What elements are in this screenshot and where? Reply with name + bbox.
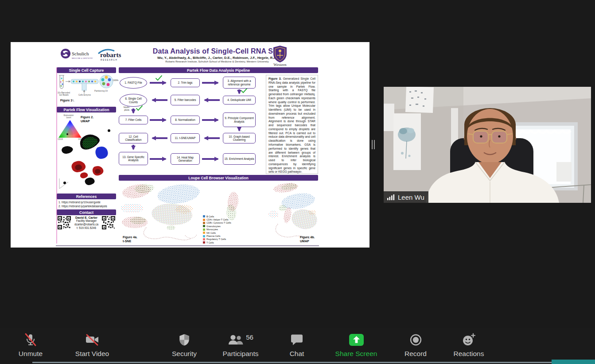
western-logo: Western <box>270 45 290 69</box>
reference-link: 2. https://rebrand.ly/partekdataanalysis <box>58 205 114 209</box>
flow-node-gene-specific: 13. Gene Specific Analysis <box>119 152 148 165</box>
contact-role: Facility Manager <box>72 219 101 223</box>
share-screen-icon <box>349 334 364 346</box>
participant-video-tile[interactable]: Leen Wu <box>384 87 591 203</box>
legend-item: CD8+ Cytotoxic T Cells <box>203 221 254 225</box>
poster-frame-bottom <box>56 245 319 246</box>
legend-item: Plasma Cells <box>203 234 254 237</box>
flow-node-pca: 9. Principle Component Analysis <box>223 112 256 127</box>
shared-screen-poster: Schulich MEDICINE & DENTISTRY robarts RE… <box>11 42 369 248</box>
contact-email: dcarter@robarts.ca <box>72 223 101 226</box>
flow-node-single-cell-counts: 6. Single Cell Counts <box>120 94 147 107</box>
figure4b-label: Figure 4b.UMAP <box>300 236 315 244</box>
contact-name: David E. Carter <box>72 216 101 219</box>
flow-node-cell-classification: 12. Cell Classification <box>119 133 148 143</box>
qr-code-icon <box>102 216 115 229</box>
legend-item: Granulocytes <box>203 225 254 228</box>
references-list: 1. https://rebrand.ly/10xuserguide 2. ht… <box>58 201 114 208</box>
figure3-caption: Figure 3. Generalized Single Cell RNA-Se… <box>266 75 318 174</box>
flow-node-normalization: 8. Normalization <box>171 116 200 124</box>
mic-muted-icon <box>24 333 37 347</box>
participant-name-tag: Leen Wu <box>384 191 428 203</box>
section-header-contact: Contact <box>57 209 116 215</box>
flow-node-fastq: 1. FASTQ File <box>120 77 147 89</box>
quality-check-icon <box>136 106 142 110</box>
contact-phone: t: 519.931.5246 <box>72 226 101 230</box>
taskbar-corner-accent <box>552 360 595 364</box>
svg-text:Schulich: Schulich <box>72 51 89 56</box>
meeting-toolbar: Unmute Start Video <box>0 328 595 364</box>
legend-item: T Cells <box>203 241 254 244</box>
legend-item: CD4+ Helper T Cells <box>203 218 254 221</box>
figure1-label: Figure 1¹. <box>60 99 74 103</box>
contact-block: David E. Carter Facility Manager dcarter… <box>58 216 115 230</box>
legend-item: B Cells <box>203 215 254 218</box>
participants-count: 56 <box>246 333 253 341</box>
flow-node-alignment: 3. Alignment with a reference genome <box>223 77 256 89</box>
share-screen-button[interactable]: Share Screen <box>332 330 381 361</box>
single-cell-capture-diagram: 10x Barcoded Gel Beads Cells Enzyme Part… <box>57 74 116 99</box>
flow-node-graph-clustering: 10. Graph-based Clustering <box>223 133 256 143</box>
legend-item: NK Cells <box>203 231 254 234</box>
schulich-logo: Schulich MEDICINE & DENTISTRY <box>60 47 96 64</box>
svg-text:Western: Western <box>273 62 287 67</box>
flow-node-deduplicate: 4. Deduplicate UMI <box>223 96 256 105</box>
reference-link: 1. https://rebrand.ly/10xuserguide <box>58 201 114 205</box>
reactions-button[interactable]: Reactions <box>444 330 493 361</box>
participant-webcam-view <box>384 87 591 203</box>
flow-node-filter-barcodes: 5. Filter barcodes <box>171 95 200 105</box>
quality-check-icon <box>156 76 162 80</box>
quality-check-icon <box>241 88 247 93</box>
flow-node-trim-tags: 2. Trim tags <box>171 78 200 87</box>
expression-legend-title: Expressioncount <box>58 114 79 119</box>
section-header-pipeline: Partek Flow Data Analysis Pipeline <box>119 67 318 73</box>
section-header-loupe: Loupe Cell Browser Visualization <box>119 175 318 181</box>
flow-node-enrichment: 15. Enrichment Analysis <box>223 153 256 165</box>
reactions-smiley-icon <box>462 333 476 346</box>
zoom-meeting-window: Schulich MEDICINE & DENTISTRY robarts RE… <box>0 0 595 364</box>
panel-resize-handle[interactable] <box>372 140 376 149</box>
record-icon <box>409 333 422 346</box>
unmute-button[interactable]: Unmute <box>6 330 55 361</box>
security-button[interactable]: Security <box>160 330 209 361</box>
robarts-logo: robarts RESEARCH <box>97 47 129 65</box>
legend-item: Regulatory T Cells <box>203 238 254 241</box>
participant-name: Leen Wu <box>398 194 424 201</box>
start-video-button[interactable]: Start Video <box>68 330 117 361</box>
qr-code-icon <box>58 216 71 229</box>
participants-button[interactable]: 56 Participants <box>216 330 265 361</box>
shield-icon <box>179 333 190 346</box>
figure2-label: Figure 2.UMAP <box>81 116 98 124</box>
section-header-references: References <box>57 194 116 199</box>
pipeline-flowchart: 1. FASTQ File 2. Trim tags 3. Alignment … <box>119 75 263 174</box>
flow-node-heat-map: 14. Heat Map Generation <box>171 153 200 165</box>
umap-plot <box>258 182 318 244</box>
flow-node-filter-cells: 7. Filter Cells <box>119 116 148 124</box>
svg-text:RESEARCH: RESEARCH <box>101 59 117 61</box>
section-header-partek-flow-visualization: Partek Flow Visualization <box>57 107 116 112</box>
chat-bubble-icon <box>290 333 303 346</box>
participants-icon <box>228 334 244 346</box>
cell-type-legend: B Cells CD4+ Helper T Cells CD8+ Cytotox… <box>203 215 254 244</box>
chat-button[interactable]: Chat <box>272 330 321 361</box>
background-window-edge <box>32 362 552 363</box>
violin-plots-label: Violinplots <box>117 106 129 111</box>
figure2-umap-plot <box>57 124 116 191</box>
camera-muted-icon <box>85 333 100 346</box>
connection-signal-icon <box>387 194 395 200</box>
flow-node-tsne-umap: 11. t-SNE/UMAP <box>171 133 200 143</box>
svg-text:robarts: robarts <box>100 51 121 58</box>
figure4a-label: Figure 4a.t-SNE <box>123 236 137 244</box>
record-button[interactable]: Record <box>391 330 440 361</box>
svg-text:MEDICINE & DENTISTRY: MEDICINE & DENTISTRY <box>72 58 93 59</box>
section-header-single-cell-capture: Single Cell Capture <box>57 67 116 73</box>
legend-item: Monocytes <box>203 228 254 231</box>
